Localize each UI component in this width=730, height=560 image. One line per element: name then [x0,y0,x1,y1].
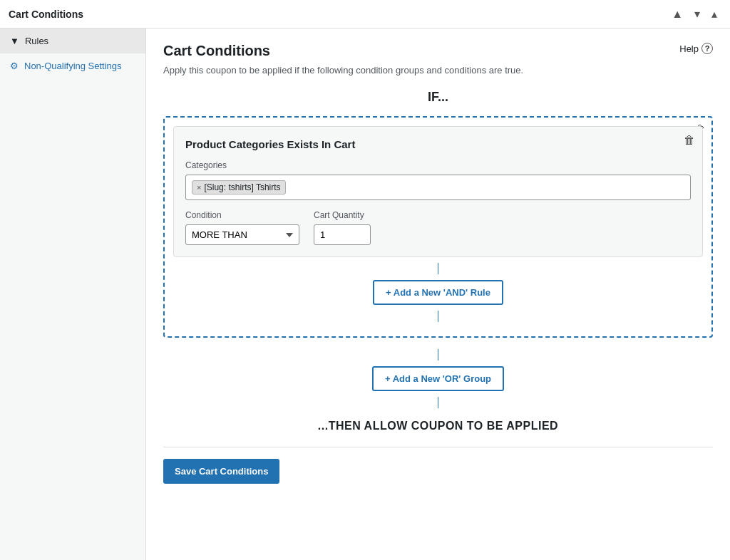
save-section: Save Cart Conditions [163,447,713,484]
add-and-button[interactable]: + Add a New 'AND' Rule [373,280,503,305]
quantity-input[interactable] [314,224,371,245]
save-button[interactable]: Save Cart Conditions [163,459,279,484]
save-label: Save Cart Conditions [175,466,268,477]
quantity-col: Cart Quantity [314,210,371,245]
condition-card-title: Product Categories Exists In Cart [185,138,691,150]
sidebar-item-non-qualifying-label: Non-Qualifying Settings [24,61,122,71]
main-content: Cart Conditions Help ? Apply this coupon… [146,28,730,560]
sidebar-item-rules-label: Rules [25,36,48,46]
add-and-label: + Add a New 'AND' Rule [386,287,490,298]
and-connector [173,263,703,274]
help-icon: ? [701,43,713,54]
top-bar: Cart Conditions ▲ ▾ ▴ [0,0,730,28]
add-or-button[interactable]: + Add a New 'OR' Group [372,366,504,391]
condition-label: Condition [185,210,299,220]
page-title: Cart Conditions [163,43,270,59]
if-label: IF... [163,90,713,105]
help-link[interactable]: Help ? [679,43,713,54]
delete-condition-button[interactable]: 🗑 [684,134,695,147]
collapse-button[interactable]: ▴ [707,6,721,22]
category-tag: × [Slug: tshirts] Tshirts [192,180,286,195]
condition-select[interactable]: MORE THAN LESS THAN EQUAL TO AT LEAST AT… [185,224,299,245]
help-label: Help [679,43,699,54]
scroll-up-button[interactable]: ▲ [667,6,687,22]
tag-remove-icon[interactable]: × [197,183,201,192]
filter-icon: ▼ [10,36,19,46]
add-or-label: + Add a New 'OR' Group [385,373,491,384]
connector-line-bottom [438,311,438,322]
sidebar-item-non-qualifying[interactable]: ⚙ Non-Qualifying Settings [0,53,145,78]
or-line-bottom [438,397,438,408]
or-group-container: 🗑 Product Categories Exists In Cart 🗑 Ca… [163,116,713,338]
then-label: ...THEN ALLOW COUPON TO BE APPLIED [163,420,713,432]
categories-input[interactable]: × [Slug: tshirts] Tshirts [185,175,691,200]
window-controls: ▲ ▾ ▴ [667,6,721,22]
layout: ▼ Rules ⚙ Non-Qualifying Settings Cart C… [0,28,730,560]
or-connector-bottom [163,397,713,408]
condition-row: Condition MORE THAN LESS THAN EQUAL TO A… [185,210,691,245]
gear-icon: ⚙ [10,61,19,71]
scroll-down-button[interactable]: ▾ [690,6,704,22]
quantity-label: Cart Quantity [314,210,371,220]
tag-value: [Slug: tshirts] Tshirts [204,182,280,192]
sidebar: ▼ Rules ⚙ Non-Qualifying Settings [0,28,146,560]
or-connector-top [163,349,713,361]
connector-line-top [438,263,438,274]
add-and-row: + Add a New 'AND' Rule [173,280,703,305]
categories-label: Categories [185,160,691,170]
condition-col: Condition MORE THAN LESS THAN EQUAL TO A… [185,210,299,245]
sidebar-item-rules[interactable]: ▼ Rules [0,28,145,53]
main-header: Cart Conditions Help ? [163,43,713,59]
condition-card: Product Categories Exists In Cart 🗑 Cate… [173,126,703,257]
description-text: Apply this coupon to be applied if the f… [163,65,713,76]
window-title: Cart Conditions [9,9,83,20]
add-or-row: + Add a New 'OR' Group [163,366,713,391]
or-line-top [438,349,438,361]
and-connector-bottom [173,311,703,322]
